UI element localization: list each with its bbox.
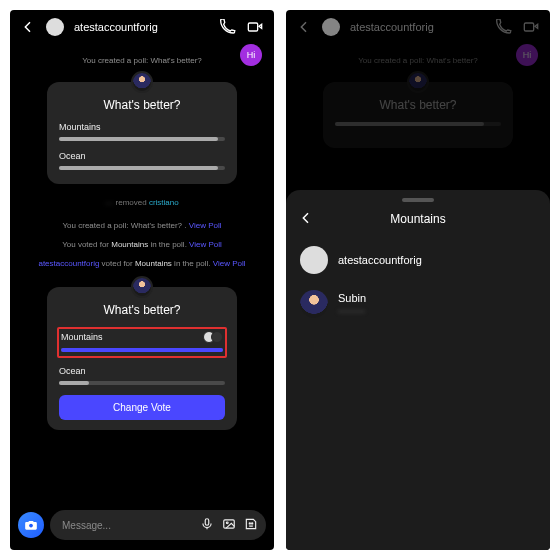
poll-sender-avatar xyxy=(131,71,153,93)
view-poll-link[interactable]: View Poll xyxy=(189,221,222,230)
poll-option[interactable]: Mountains xyxy=(59,122,225,141)
hi-badge: Hi xyxy=(240,44,262,66)
poll-option-label: Mountains xyxy=(61,332,103,342)
poll-option[interactable]: Mountains xyxy=(61,331,223,352)
message-input[interactable] xyxy=(62,520,192,531)
poll-option-label: Ocean xyxy=(59,151,86,161)
sheet-back-icon[interactable] xyxy=(298,210,316,228)
poll-option[interactable]: Ocean xyxy=(59,151,225,170)
chat-header: atestaccountforig xyxy=(10,10,274,42)
poll-card-results[interactable]: What's better? Mountains Ocean Change Vo… xyxy=(47,287,237,430)
poll-sender-avatar xyxy=(407,71,429,93)
video-call-icon xyxy=(522,19,540,35)
poll-title: What's better? xyxy=(59,303,225,317)
system-created-poll: You created a poll: What's better? xyxy=(82,56,202,65)
voters-sheet[interactable]: Mountains atestaccountforig Subin ——— xyxy=(286,190,550,550)
message-input-wrap xyxy=(50,510,266,540)
camera-button[interactable] xyxy=(18,512,44,538)
poll-option-label: Mountains xyxy=(59,122,101,132)
system-created-poll-2: You created a poll: What's better? . Vie… xyxy=(63,221,222,230)
gallery-icon[interactable] xyxy=(222,517,236,533)
voter-avatar xyxy=(300,246,328,274)
svg-point-1 xyxy=(29,524,33,528)
chat-username: atestaccountforig xyxy=(350,21,434,33)
sticker-icon[interactable] xyxy=(244,517,258,533)
svg-point-4 xyxy=(226,522,228,524)
poll-option-label: Ocean xyxy=(59,366,86,376)
voter-row[interactable]: Subin ——— xyxy=(286,282,550,326)
voter-avatar xyxy=(300,290,328,318)
video-call-icon[interactable] xyxy=(246,19,264,35)
highlight-winning-option: Mountains xyxy=(57,327,227,358)
chat-header: atestaccountforig xyxy=(286,10,550,42)
svg-rect-0 xyxy=(248,23,257,31)
voter-row[interactable]: atestaccountforig xyxy=(286,238,550,282)
system-removed: — removed cristiano xyxy=(105,198,178,207)
system-created-poll: You created a poll: What's better? xyxy=(358,56,478,65)
sheet-header: Mountains xyxy=(286,206,550,238)
phone-right: atestaccountforig Hi You created a poll:… xyxy=(286,10,550,550)
sheet-grabber[interactable] xyxy=(402,198,434,202)
svg-point-6 xyxy=(252,523,253,524)
call-icon[interactable] xyxy=(220,19,236,35)
chat-avatar[interactable] xyxy=(46,18,64,36)
back-icon[interactable] xyxy=(296,19,312,35)
voter-subtitle: ——— xyxy=(338,306,366,316)
svg-rect-7 xyxy=(524,23,533,31)
sheet-title: Mountains xyxy=(316,212,520,226)
voter-name: Subin xyxy=(338,292,366,304)
view-poll-link[interactable]: View Poll xyxy=(189,240,222,249)
mic-icon[interactable] xyxy=(200,517,214,533)
back-icon[interactable] xyxy=(20,19,36,35)
svg-rect-2 xyxy=(205,519,209,525)
call-icon xyxy=(496,19,512,35)
chat-scroll: You created a poll: What's better? What'… xyxy=(10,42,274,504)
change-vote-button[interactable]: Change Vote xyxy=(59,395,225,420)
system-you-voted: You voted for Mountains in the poll. Vie… xyxy=(62,240,222,249)
poll-title: What's better? xyxy=(335,98,501,112)
chat-avatar xyxy=(322,18,340,36)
system-other-voted: atestaccountforig voted for Mountains in… xyxy=(38,259,245,268)
poll-sender-avatar xyxy=(131,276,153,298)
poll-card[interactable]: What's better? Mountains Ocean xyxy=(47,82,237,184)
phone-left: atestaccountforig Hi You created a poll:… xyxy=(10,10,274,550)
message-composer xyxy=(10,504,274,550)
chat-username[interactable]: atestaccountforig xyxy=(74,21,158,33)
option-voters[interactable] xyxy=(203,331,223,343)
view-poll-link[interactable]: View Poll xyxy=(213,259,246,268)
voter-name: atestaccountforig xyxy=(338,254,422,266)
poll-title: What's better? xyxy=(59,98,225,112)
svg-point-5 xyxy=(249,523,250,524)
poll-option[interactable]: Ocean xyxy=(59,366,225,385)
